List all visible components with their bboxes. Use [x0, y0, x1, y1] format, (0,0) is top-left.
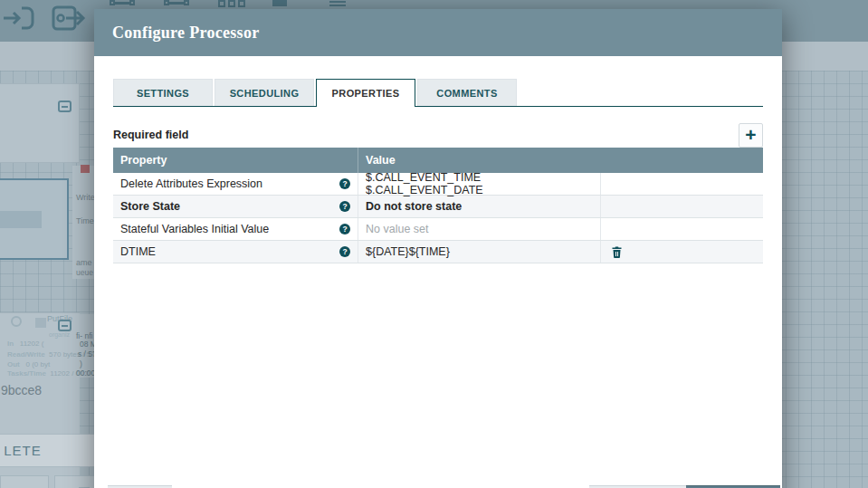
- value-column-header: Value: [358, 148, 601, 173]
- property-name: Stateful Variables Initial Value: [120, 223, 269, 235]
- row-actions-cell: [601, 173, 763, 195]
- delete-button: LETE: [0, 434, 95, 467]
- stat-fragment: ame: [76, 258, 92, 267]
- delete-property-icon[interactable]: [612, 246, 622, 258]
- label-toolbar-icon: [272, 0, 287, 7]
- table-row: DTIME ? ${DATE}${TIME}: [113, 241, 763, 263]
- refresh-icon: [11, 316, 22, 327]
- process-group-box: [0, 83, 80, 163]
- property-value-cell[interactable]: $.CALL_EVENT_TIME $.CALL_EVENT_DATE: [358, 173, 601, 195]
- input-port-icon: [2, 4, 34, 33]
- collapse-icon: [58, 320, 72, 331]
- dialog-tabs: SETTINGS SCHEDULING PROPERTIES COMMENTS: [113, 79, 763, 107]
- processor-type-fragment: organiz: [49, 331, 70, 338]
- processor-icon: [35, 318, 46, 328]
- operate-action-box: [54, 475, 100, 488]
- tab-settings[interactable]: SETTINGS: [113, 79, 213, 106]
- help-icon[interactable]: ?: [339, 178, 350, 189]
- help-icon[interactable]: ?: [339, 201, 350, 212]
- output-port-icon: [51, 4, 87, 33]
- configure-processor-dialog: Configure Processor SETTINGS SCHEDULING …: [94, 9, 782, 488]
- row-actions-cell: [601, 241, 763, 263]
- tab-scheduling[interactable]: SCHEDULING: [215, 79, 314, 106]
- tab-comments[interactable]: COMMENTS: [417, 79, 517, 106]
- property-name: DTIME: [120, 245, 156, 258]
- property-value-cell[interactable]: Do not store state: [358, 196, 601, 217]
- tab-properties[interactable]: PROPERTIES: [316, 79, 415, 107]
- property-value-cell[interactable]: ${DATE}${TIME}: [358, 241, 601, 263]
- stat-fragment: ): [80, 359, 82, 368]
- funnel-toolbar-icon: [164, 0, 189, 7]
- collapse-icon: [58, 100, 72, 112]
- stat-fragment: 00:00: [76, 368, 95, 378]
- stat-row: In 11202 (: [7, 340, 43, 348]
- table-row: Delete Attributes Expression ? $.CALL_EV…: [113, 173, 763, 196]
- property-name: Store State: [120, 200, 180, 213]
- dialog-header: Configure Processor: [94, 9, 782, 56]
- property-value-cell[interactable]: No value set: [358, 218, 601, 240]
- help-icon[interactable]: ?: [339, 224, 350, 234]
- stopped-indicator: [81, 165, 90, 173]
- process-group-toolbar-icon: [218, 0, 247, 7]
- table-row: Store State ? Do not store state: [113, 196, 763, 218]
- stat-row: Out 0 (0 byt: [7, 360, 50, 368]
- processor-label-sliver: [0, 211, 42, 228]
- stat-fragment: Time: [76, 216, 94, 225]
- help-icon[interactable]: ?: [339, 246, 350, 257]
- template-toolbar-icon: [329, 0, 348, 7]
- stat-fragment: ueue: [76, 268, 93, 277]
- table-row: Stateful Variables Initial Value ? No va…: [113, 218, 763, 241]
- property-name: Delete Attributes Expression: [120, 177, 262, 190]
- component-id-fragment: 9bcce8: [1, 383, 42, 397]
- row-actions-cell: [601, 196, 763, 217]
- stat-fragment: Write: [76, 193, 95, 202]
- operate-action-box: [0, 475, 49, 488]
- required-field-label: Required field: [113, 129, 188, 141]
- processor-toolbar-icon: [110, 0, 135, 7]
- table-header-row: Property Value: [113, 148, 763, 173]
- add-property-button[interactable]: +: [739, 123, 763, 148]
- row-actions-cell: [601, 218, 763, 240]
- dialog-title: Configure Processor: [112, 24, 260, 43]
- property-column-header: Property: [113, 148, 358, 173]
- properties-table: Property Value Delete Attributes Express…: [113, 148, 763, 263]
